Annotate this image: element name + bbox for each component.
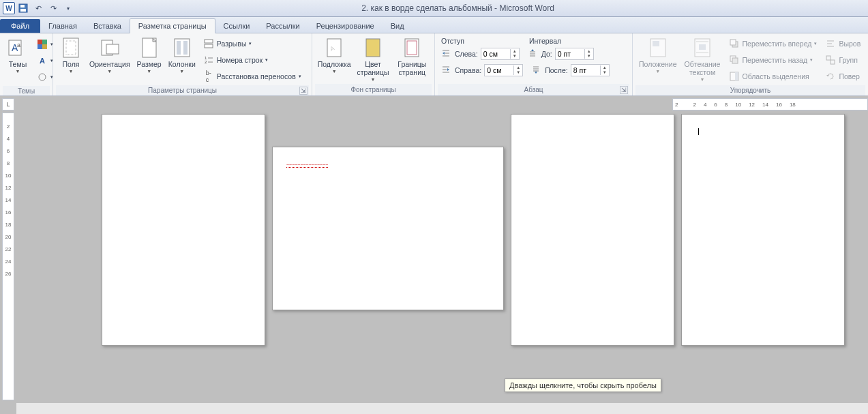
fonts-icon: A — [37, 55, 48, 66]
indent-right-input[interactable]: ▲▼ — [484, 64, 523, 76]
spin-up-icon[interactable]: ▲ — [514, 65, 522, 70]
tab-file[interactable]: Файл — [0, 19, 40, 33]
spin-up-icon[interactable]: ▲ — [601, 65, 609, 70]
quick-access-toolbar: W ↶ ↷ ▾ — [0, 1, 75, 15]
page-borders-button[interactable]: Границы страниц — [393, 35, 432, 76]
spin-up-icon[interactable]: ▲ — [511, 49, 519, 54]
align-icon — [825, 38, 836, 49]
spacing-before-icon — [528, 48, 539, 59]
tab-review[interactable]: Рецензирование — [308, 19, 383, 33]
page-color-button[interactable]: Цвет страницы ▼ — [353, 35, 392, 82]
spacing-before-input[interactable]: ▲▼ — [555, 48, 594, 60]
hyphenation-button[interactable]: b-cРасстановка переносов ▾ — [202, 69, 303, 84]
rotate-button[interactable]: Повер — [824, 69, 862, 84]
selection-pane-button[interactable]: Область выделения — [728, 69, 819, 84]
ribbon-tabs: Файл Главная Вставка Разметка страницы С… — [0, 17, 868, 33]
spacing-after-input[interactable]: ▲▼ — [571, 64, 610, 76]
position-icon — [647, 37, 669, 59]
orientation-button[interactable]: Ориентация ▼ — [86, 35, 134, 74]
chevron-down-icon: ▼ — [332, 69, 337, 74]
chevron-down-icon: ▼ — [700, 77, 705, 82]
colors-icon — [37, 39, 48, 50]
tab-home[interactable]: Главная — [40, 19, 85, 33]
word-app-icon[interactable]: W — [3, 2, 15, 14]
svg-rect-14 — [106, 44, 119, 54]
svg-rect-20 — [205, 44, 213, 48]
group-paragraph: Отступ Интервал Слева: ▲▼ До: ▲▼ Спр — [435, 33, 633, 95]
columns-icon — [171, 37, 193, 59]
align-button[interactable]: Выров — [824, 36, 862, 51]
breaks-button[interactable]: Разрывы ▾ — [202, 36, 303, 51]
title-bar: W ↶ ↷ ▾ 2. как в ворде сделать альбомный… — [0, 0, 868, 17]
svg-rect-58 — [830, 60, 835, 64]
page-2[interactable]: ~~~~~~~~~~~~~~~ — [272, 147, 504, 310]
ruler-tab-selector[interactable]: L — [2, 98, 14, 110]
redo-icon[interactable]: ↷ — [46, 1, 60, 15]
window-title: 2. как в ворде сделать альбомный - Micro… — [75, 3, 841, 13]
send-backward-button[interactable]: Переместить назад ▾ — [728, 53, 819, 68]
theme-effects-button[interactable]: ▾ — [35, 70, 55, 85]
spacing-after-icon — [531, 65, 542, 76]
margins-icon — [60, 37, 82, 59]
group-label-arrange: Упорядочить — [635, 85, 865, 95]
columns-button[interactable]: Колонки ▼ — [165, 35, 199, 74]
page-1[interactable] — [102, 114, 265, 346]
hyphenation-icon: b-c — [203, 71, 214, 82]
themes-button[interactable]: Aa Темы ▼ — [3, 35, 33, 74]
watermark-button[interactable]: A Подложка ▼ — [315, 35, 353, 74]
position-button[interactable]: Положение ▼ — [635, 35, 680, 74]
svg-rect-9 — [42, 44, 47, 49]
watermark-icon: A — [323, 37, 345, 59]
svg-rect-57 — [826, 56, 830, 60]
chevron-down-icon: ▼ — [147, 69, 151, 74]
group-icon — [825, 55, 836, 65]
spin-up-icon[interactable]: ▲ — [585, 49, 593, 54]
whitespace-tooltip: Дважды щелкните, чтобы скрыть пробелы — [505, 379, 661, 392]
page-borders-icon — [401, 37, 423, 59]
page-3[interactable] — [511, 114, 674, 346]
dialog-launcher-icon[interactable]: ⇲ — [299, 87, 308, 95]
selection-pane-icon — [729, 71, 740, 82]
svg-rect-51 — [732, 58, 738, 63]
bring-forward-button[interactable]: Переместить вперед ▾ — [728, 36, 819, 51]
page-2-text: ~~~~~~~~~~~~~~~ — [286, 162, 328, 168]
svg-rect-8 — [38, 44, 42, 49]
spin-down-icon[interactable]: ▼ — [601, 70, 609, 75]
document-area[interactable]: ~~~~~~~~~~~~~~~ Дважды щелкните, чтобы с… — [16, 113, 868, 402]
svg-point-10 — [39, 74, 46, 80]
tab-references[interactable]: Ссылки — [215, 19, 258, 33]
line-numbers-button[interactable]: 12Номера строк ▾ — [202, 53, 303, 68]
horizontal-scrollbar[interactable] — [16, 402, 868, 414]
margins-button[interactable]: Поля ▼ — [56, 35, 86, 74]
themes-icon: Aa — [7, 37, 29, 59]
spin-down-icon[interactable]: ▼ — [514, 70, 522, 75]
svg-rect-7 — [42, 40, 47, 44]
size-button[interactable]: Размер ▼ — [134, 35, 165, 74]
vertical-ruler[interactable]: 2468101214161820222426 — [2, 113, 14, 400]
svg-text:2: 2 — [205, 60, 207, 64]
theme-fonts-button[interactable]: A▾ — [35, 53, 55, 68]
size-icon — [138, 37, 160, 59]
chevron-down-icon: ▼ — [655, 69, 660, 74]
group-page-background: A Подложка ▼ Цвет страницы ▼ Границы стр… — [312, 33, 435, 95]
save-icon[interactable] — [16, 1, 30, 15]
qat-more-icon[interactable]: ▾ — [61, 1, 75, 15]
tab-mailings[interactable]: Рассылки — [258, 19, 308, 33]
tab-insert[interactable]: Вставка — [85, 19, 130, 33]
undo-icon[interactable]: ↶ — [31, 1, 45, 15]
tab-view[interactable]: Вид — [383, 19, 413, 33]
group-button[interactable]: Групп — [824, 53, 862, 68]
spin-down-icon[interactable]: ▼ — [511, 54, 519, 59]
theme-colors-button[interactable]: ▾ — [35, 37, 55, 52]
wrap-text-button[interactable]: Обтекание текстом ▼ — [680, 35, 725, 82]
chevron-down-icon: ▼ — [107, 69, 112, 74]
spin-down-icon[interactable]: ▼ — [585, 54, 593, 59]
tab-page-layout[interactable]: Разметка страницы — [130, 18, 215, 33]
svg-rect-53 — [735, 72, 738, 80]
group-label-paragraph: Абзац⇲ — [438, 84, 629, 95]
svg-rect-19 — [205, 40, 213, 43]
horizontal-ruler[interactable]: 224681012141618 — [672, 98, 868, 110]
dialog-launcher-icon[interactable]: ⇲ — [620, 86, 628, 94]
page-4[interactable] — [681, 114, 845, 346]
indent-left-input[interactable]: ▲▼ — [481, 48, 520, 60]
